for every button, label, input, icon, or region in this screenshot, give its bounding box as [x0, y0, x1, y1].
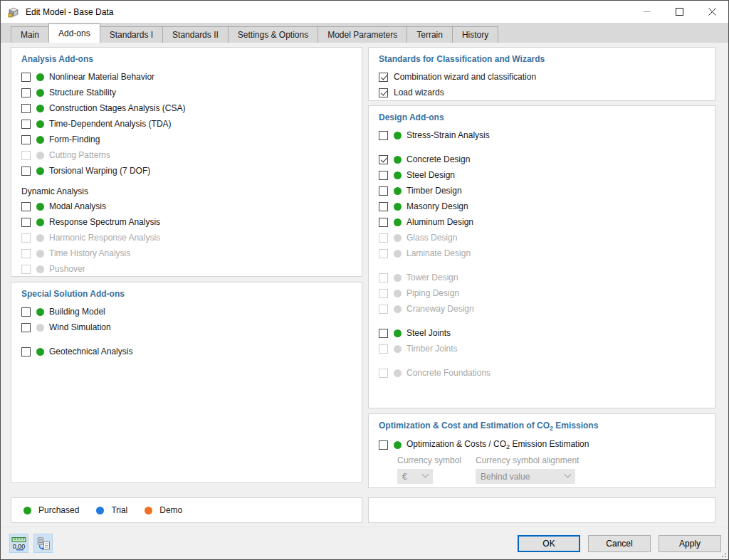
checkbox: [379, 305, 388, 314]
standards-panel: Standards for Classification and Wizards…: [368, 47, 715, 101]
checkbox[interactable]: [21, 135, 31, 144]
tab-label: Standards II: [172, 30, 219, 40]
legend-label: Trial: [111, 505, 127, 515]
status-dot-purchased: [394, 329, 402, 337]
addon-row-steel-design[interactable]: Steel Design: [369, 167, 715, 183]
status-dot-purchased: [394, 441, 402, 449]
units-decimal-places-button[interactable]: 0,00: [9, 534, 28, 553]
option-row-combination-wizard[interactable]: Combination wizard and classification: [369, 69, 715, 85]
tab-settings-options[interactable]: Settings & Options: [228, 26, 318, 43]
addon-label: Tower Design: [407, 273, 458, 282]
addon-row-wind-simulation[interactable]: Wind Simulation: [11, 319, 362, 335]
checkbox[interactable]: [21, 104, 31, 113]
checkbox[interactable]: [21, 218, 31, 227]
checkbox[interactable]: [21, 323, 31, 332]
addon-label: Construction Stages Analysis (CSA): [49, 103, 185, 113]
right-spacer: [368, 488, 715, 497]
tab-label: Standards I: [110, 30, 153, 40]
tab-terrain[interactable]: Terrain: [407, 26, 453, 43]
checkbox-checked[interactable]: [379, 155, 388, 164]
checkbox: [379, 273, 388, 282]
addon-row-modal-analysis[interactable]: Modal Analysis: [11, 199, 362, 214]
checkbox-checked[interactable]: [379, 88, 388, 97]
units-icon: 0,00: [11, 536, 26, 551]
status-dot-none: [36, 324, 44, 332]
tab-standards-2[interactable]: Standards II: [162, 26, 229, 43]
checkbox[interactable]: [21, 347, 31, 356]
addon-row-tower-design: Tower Design: [369, 270, 715, 285]
model-icon: [7, 6, 20, 19]
transfer-settings-button[interactable]: [33, 534, 53, 553]
addon-label: Masonry Design: [407, 201, 468, 211]
subsection-heading: Dynamic Analysis: [21, 186, 362, 196]
addon-row-aluminum-design[interactable]: Aluminum Design: [369, 214, 715, 230]
status-dot-none: [36, 250, 44, 258]
tab-standards-1[interactable]: Standards I: [100, 26, 163, 43]
checkbox[interactable]: [21, 307, 31, 317]
tab-add-ons[interactable]: Add-ons: [48, 23, 100, 43]
addon-row-steel-joints[interactable]: Steel Joints: [369, 325, 715, 341]
checkbox[interactable]: [379, 171, 388, 180]
addon-row-nonlinear-material-behavior[interactable]: Nonlinear Material Behavior: [11, 69, 362, 85]
close-icon[interactable]: [696, 1, 728, 23]
currency-symbol-field: Currency symbol €: [397, 455, 476, 484]
status-dot-purchased: [394, 156, 402, 164]
addon-row-form-finding[interactable]: Form-Finding: [11, 132, 362, 147]
checkbox[interactable]: [379, 218, 388, 227]
cancel-button[interactable]: Cancel: [588, 535, 651, 552]
tab-main[interactable]: Main: [11, 26, 49, 43]
addon-row-geotechnical-analysis[interactable]: Geotechnical Analysis: [11, 344, 362, 359]
checkbox[interactable]: [379, 131, 388, 140]
status-dot-none: [36, 265, 44, 273]
checkbox[interactable]: [379, 186, 388, 196]
tab-model-parameters[interactable]: Model Parameters: [318, 26, 407, 43]
left-column: Analysis Add-ons Nonlinear Material Beha…: [11, 47, 362, 523]
checkbox[interactable]: [379, 329, 388, 338]
option-label: Load wizards: [394, 88, 444, 97]
design-addons-panel: Design Add-ons Stress-Strain Analysis Co…: [368, 105, 715, 408]
addon-row-stress-strain[interactable]: Stress-Strain Analysis: [369, 127, 715, 143]
addon-label: Concrete Foundations: [407, 368, 491, 378]
addon-label: Cutting Patterns: [49, 150, 110, 160]
addon-label: Modal Analysis: [49, 201, 106, 211]
cancel-label: Cancel: [606, 539, 632, 549]
addon-row-time-dependent-analysis[interactable]: Time-Dependent Analysis (TDA): [11, 116, 362, 132]
checkbox[interactable]: [21, 202, 31, 211]
addon-row-concrete-foundations: Concrete Foundations: [369, 365, 715, 381]
addon-row-concrete-design[interactable]: Concrete Design: [369, 152, 715, 167]
checkbox-checked[interactable]: [379, 73, 388, 82]
addon-row-torsional-warping[interactable]: Torsional Warping (7 DOF): [11, 163, 362, 179]
tab-label: Main: [21, 30, 39, 40]
status-dot-none: [394, 345, 402, 353]
checkbox[interactable]: [21, 167, 31, 176]
analysis-addons-panel: Analysis Add-ons Nonlinear Material Beha…: [11, 47, 362, 277]
addon-row-masonry-design[interactable]: Masonry Design: [369, 199, 715, 214]
checkbox[interactable]: [21, 120, 31, 129]
apply-button[interactable]: Apply: [659, 535, 721, 552]
addon-row-optimization-costs[interactable]: Optimization & Costs / CO2 Emission Esti…: [369, 437, 715, 453]
ok-button[interactable]: OK: [518, 535, 580, 552]
addon-row-structure-stability[interactable]: Structure Stability: [11, 85, 362, 100]
addon-row-construction-stages[interactable]: Construction Stages Analysis (CSA): [11, 100, 362, 116]
maximize-icon[interactable]: [663, 1, 696, 23]
addon-label: Optimization & Costs / CO2 Emission Esti…: [407, 439, 589, 450]
addon-label: Steel Design: [407, 170, 455, 180]
demo-dot-icon: [145, 507, 152, 514]
checkbox[interactable]: [21, 73, 31, 82]
status-dot-purchased: [36, 136, 44, 144]
addon-label: Nonlinear Material Behavior: [49, 72, 154, 82]
option-row-load-wizards[interactable]: Load wizards: [369, 85, 715, 100]
addon-row-building-model[interactable]: Building Model: [11, 304, 362, 319]
checkbox: [21, 233, 31, 243]
addon-row-response-spectrum[interactable]: Response Spectrum Analysis: [11, 214, 362, 230]
checkbox[interactable]: [379, 440, 388, 450]
checkbox[interactable]: [379, 202, 388, 211]
resize-grip[interactable]: [720, 551, 727, 558]
checkbox[interactable]: [21, 88, 31, 97]
addon-row-timber-design[interactable]: Timber Design: [369, 183, 715, 199]
addon-label: Time-Dependent Analysis (TDA): [49, 119, 172, 129]
status-dot-none: [394, 274, 402, 282]
tab-history[interactable]: History: [452, 26, 498, 43]
currency-symbol-label: Currency symbol: [397, 455, 476, 465]
status-dot-purchased: [394, 187, 402, 195]
